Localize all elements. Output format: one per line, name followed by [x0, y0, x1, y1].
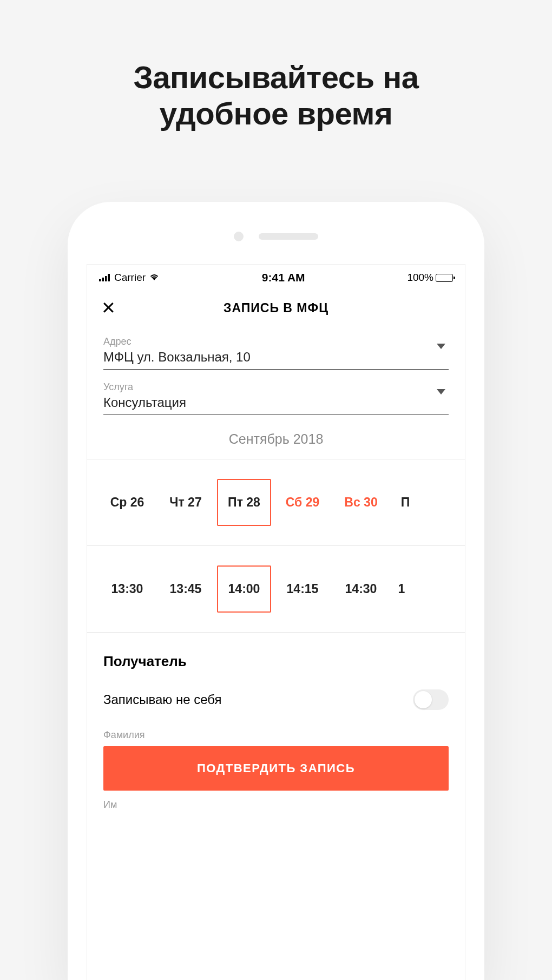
- status-right: 100%: [407, 272, 453, 284]
- nav-bar: ✕ ЗАПИСЬ В МФЦ: [87, 290, 465, 326]
- service-value: Консультация: [103, 395, 449, 410]
- service-label: Услуга: [103, 382, 449, 393]
- toggle-knob-icon: [415, 691, 432, 708]
- time-picker-row[interactable]: 13:3013:4514:0014:1514:301: [87, 546, 465, 632]
- time-option[interactable]: 13:45: [159, 567, 213, 611]
- time-option[interactable]: 14:30: [334, 567, 388, 611]
- service-select[interactable]: Услуга Консультация: [103, 382, 449, 415]
- wifi-icon: [149, 272, 160, 284]
- time-option[interactable]: 14:15: [275, 567, 330, 611]
- carrier-label: Carrier: [114, 272, 146, 284]
- other-person-toggle[interactable]: [413, 689, 449, 710]
- promo-line1: Записывайтесь на: [133, 60, 418, 95]
- speaker-slot-icon: [259, 233, 318, 240]
- date-picker-row[interactable]: Ср 26Чт 27Пт 28Сб 29Вс 30П: [87, 459, 465, 545]
- app-screen: Carrier 9:41 AM 100% ✕ ЗАПИСЬ В МФЦ Адре…: [87, 264, 465, 980]
- svg-rect-3: [108, 274, 110, 281]
- status-bar: Carrier 9:41 AM 100%: [87, 265, 465, 290]
- promo-heading: Записывайтесь на удобное время: [0, 60, 552, 131]
- date-option[interactable]: П: [392, 480, 414, 525]
- battery-icon: [436, 274, 453, 282]
- chevron-down-icon: [437, 389, 445, 394]
- toggle-label: Записываю не себя: [103, 692, 222, 707]
- date-option[interactable]: Вс 30: [334, 480, 388, 525]
- status-time: 9:41 AM: [262, 271, 305, 284]
- signal-icon: [99, 274, 111, 281]
- address-label: Адрес: [103, 336, 449, 347]
- nav-title: ЗАПИСЬ В МФЦ: [224, 301, 328, 315]
- battery-percent: 100%: [407, 272, 433, 284]
- svg-rect-2: [105, 276, 107, 281]
- chevron-down-icon: [437, 344, 445, 349]
- close-icon[interactable]: ✕: [101, 299, 116, 317]
- phone-hardware-top: [68, 232, 484, 241]
- address-value: МФЦ ул. Вокзальная, 10: [103, 350, 449, 365]
- time-option[interactable]: 14:00: [217, 565, 271, 613]
- promo-line2: удобное время: [160, 96, 393, 131]
- phone-frame: Carrier 9:41 AM 100% ✕ ЗАПИСЬ В МФЦ Адре…: [68, 202, 484, 980]
- confirm-button[interactable]: ПОДТВЕРДИТЬ ЗАПИСЬ: [103, 746, 449, 791]
- divider: [87, 632, 465, 633]
- recipient-section-title: Получатель: [103, 653, 449, 670]
- toggle-row: Записываю не себя: [87, 689, 465, 726]
- svg-rect-1: [102, 278, 104, 281]
- date-option[interactable]: Пт 28: [217, 479, 271, 526]
- month-label: Сентябрь 2018: [87, 431, 465, 447]
- lastname-label: Фамилия: [103, 729, 449, 741]
- date-option[interactable]: Ср 26: [100, 480, 154, 525]
- address-select[interactable]: Адрес МФЦ ул. Вокзальная, 10: [103, 336, 449, 370]
- time-option[interactable]: 13:30: [100, 567, 154, 611]
- date-option[interactable]: Чт 27: [159, 480, 213, 525]
- time-option[interactable]: 1: [392, 567, 409, 611]
- name-label-partial: Им: [103, 799, 449, 811]
- date-option[interactable]: Сб 29: [275, 480, 330, 525]
- status-left: Carrier: [99, 272, 160, 284]
- camera-dot-icon: [234, 232, 244, 241]
- svg-rect-0: [99, 279, 101, 281]
